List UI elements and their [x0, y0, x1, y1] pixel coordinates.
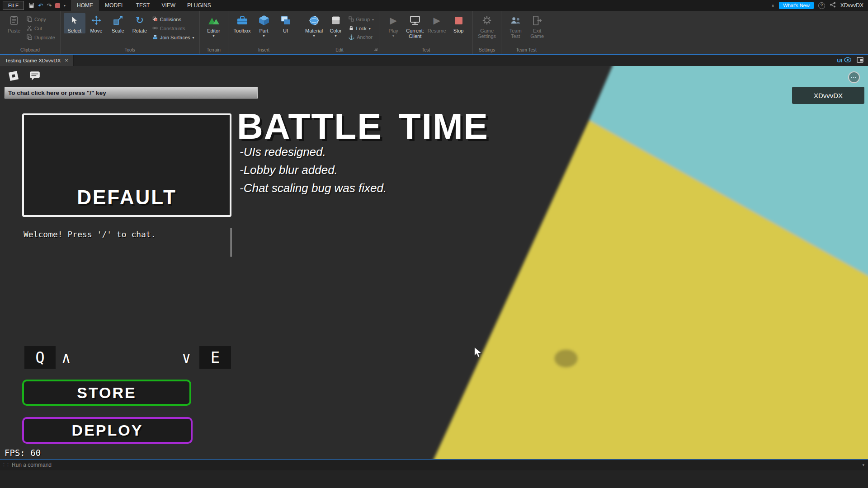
fullscreen-icon[interactable]: [857, 56, 863, 65]
leaderboard-player-entry[interactable]: XDvvvDX: [792, 87, 864, 104]
join-surfaces-label: Join Surfaces: [160, 35, 190, 40]
ribbon-group-clipboard: Paste Copy Cut Duplicate: [0, 11, 60, 54]
copy-icon: [27, 16, 32, 23]
resume-button[interactable]: ▶ Resume: [426, 13, 448, 33]
material-icon: [308, 14, 320, 27]
game-settings-label: Game Settings: [476, 28, 498, 39]
select-label: Select: [68, 28, 82, 33]
terrain-editor-dropdown-icon[interactable]: ▾: [213, 34, 215, 38]
color-swatch-icon[interactable]: [55, 3, 60, 8]
tab-view[interactable]: VIEW: [156, 0, 181, 11]
lock-button[interactable]: Lock ▾: [349, 25, 374, 32]
fps-counter: FPS: 60: [5, 448, 41, 458]
material-dropdown-icon[interactable]: ▾: [313, 34, 315, 38]
carousel-next-icon[interactable]: ∨: [182, 346, 191, 369]
group-button[interactable]: Group ▾: [349, 16, 374, 23]
player-menu-button[interactable]: ⋯: [848, 71, 860, 83]
document-tab-bar: Testing Game XDvvvDX × UI: [0, 54, 868, 66]
play-button[interactable]: ▶ Play ▾: [382, 13, 404, 38]
lock-label: Lock: [356, 26, 367, 31]
select-tool-button[interactable]: Select: [64, 13, 85, 33]
chat-input-bar[interactable]: To chat click here or press "/" key: [5, 87, 258, 99]
loadout-preview-panel[interactable]: DEFAULT: [22, 113, 231, 217]
exit-game-label: Exit Game: [526, 28, 548, 39]
edit-group-expander-icon[interactable]: [374, 45, 377, 53]
paste-button[interactable]: Paste: [3, 13, 25, 33]
tab-home[interactable]: HOME: [71, 0, 99, 11]
constraints-icon: [152, 25, 158, 32]
duplicate-button[interactable]: Duplicate: [27, 34, 55, 41]
resume-icon: ▶: [433, 14, 440, 27]
tab-model[interactable]: MODEL: [99, 0, 130, 11]
terrain-editor-label: Editor: [207, 28, 220, 33]
anchor-button[interactable]: ⚓ Anchor: [349, 34, 374, 40]
chat-scrollbar[interactable]: [231, 228, 231, 257]
toolbox-button[interactable]: Toolbox: [231, 13, 253, 33]
share-icon[interactable]: [830, 2, 836, 9]
username-label[interactable]: XDvvvDX: [840, 2, 863, 9]
whats-new-button[interactable]: What's New: [779, 2, 813, 9]
tab-plugins[interactable]: PLUGINS: [181, 0, 217, 11]
undo-icon[interactable]: ↶: [38, 3, 43, 9]
game-settings-button[interactable]: Game Settings: [476, 13, 498, 39]
save-icon[interactable]: [28, 2, 34, 9]
stop-button[interactable]: Stop: [448, 13, 469, 33]
current-mode-button[interactable]: Current: Client: [404, 13, 426, 39]
file-menu-button[interactable]: FILE: [3, 1, 24, 10]
material-button[interactable]: Material ▾: [303, 13, 325, 38]
carousel-prev-icon[interactable]: ∧: [61, 346, 71, 369]
team-test-label: Team Test: [505, 28, 526, 39]
exit-game-button[interactable]: Exit Game: [526, 13, 548, 39]
move-tool-button[interactable]: Move: [85, 13, 107, 33]
patch-notes: -UIs redesigned. -Lobby blur added. -Cha…: [240, 143, 387, 197]
team-test-people-icon: [510, 14, 521, 27]
game-viewport[interactable]: To chat click here or press "/" key ⋯ XD…: [0, 66, 868, 460]
hotkey-q[interactable]: Q: [24, 346, 56, 369]
part-button[interactable]: Part ▾: [253, 13, 275, 38]
join-surfaces-button[interactable]: Join Surfaces ▾: [152, 34, 194, 41]
tab-test[interactable]: TEST: [130, 0, 156, 11]
color-dropdown-icon[interactable]: ▾: [335, 34, 337, 38]
status-bar-area: [0, 470, 868, 488]
command-dropdown-icon[interactable]: ▾: [862, 463, 868, 467]
help-icon[interactable]: ?: [818, 2, 825, 9]
store-button[interactable]: STORE: [22, 380, 191, 406]
lock-icon: [349, 25, 354, 32]
chat-toggle-button[interactable]: [29, 70, 42, 82]
scene-object-blur: [554, 349, 578, 367]
document-tab[interactable]: Testing Game XDvvvDX ×: [0, 55, 74, 66]
copy-button[interactable]: Copy: [27, 16, 55, 23]
up-caret-label: ∧: [61, 348, 71, 366]
cut-button[interactable]: Cut: [27, 25, 55, 32]
cut-icon: [27, 25, 32, 32]
collapse-ribbon-icon[interactable]: ∧: [771, 3, 774, 8]
ui-visibility-toggle[interactable]: UI: [837, 57, 852, 63]
part-cube-icon: [258, 14, 270, 27]
command-input[interactable]: [12, 462, 862, 468]
collisions-toggle[interactable]: Collisions: [152, 16, 194, 23]
join-surfaces-dropdown-icon[interactable]: ▾: [193, 36, 194, 40]
collisions-label: Collisions: [160, 17, 181, 22]
scale-tool-button[interactable]: Scale: [107, 13, 129, 33]
tab-close-icon[interactable]: ×: [65, 57, 68, 64]
deploy-button[interactable]: DEPLOY: [22, 417, 193, 444]
settings-group-label: Settings: [473, 47, 501, 54]
color-button[interactable]: Color ▾: [325, 13, 347, 38]
ui-toggle-label: UI: [837, 58, 843, 63]
play-dropdown-icon: ▾: [392, 34, 394, 38]
terrain-group-label: Terrain: [200, 47, 228, 54]
redo-icon[interactable]: ↷: [47, 3, 52, 9]
rotate-tool-button[interactable]: ↻ Rotate: [129, 13, 151, 33]
hotkey-e[interactable]: E: [199, 346, 231, 369]
group-label: Group: [356, 17, 370, 22]
swatch-dropdown-icon[interactable]: ▾: [64, 4, 66, 8]
lock-dropdown-icon[interactable]: ▾: [369, 27, 371, 31]
team-test-button[interactable]: Team Test: [505, 13, 526, 39]
constraints-toggle[interactable]: Constraints: [152, 25, 194, 32]
roblox-menu-button[interactable]: [7, 70, 20, 82]
part-dropdown-icon[interactable]: ▾: [263, 34, 265, 38]
anchor-label: Anchor: [357, 34, 373, 40]
command-bar-grip[interactable]: ⋮⋮: [0, 462, 12, 468]
terrain-editor-button[interactable]: Editor ▾: [203, 13, 225, 38]
ui-button[interactable]: UI: [275, 13, 297, 33]
